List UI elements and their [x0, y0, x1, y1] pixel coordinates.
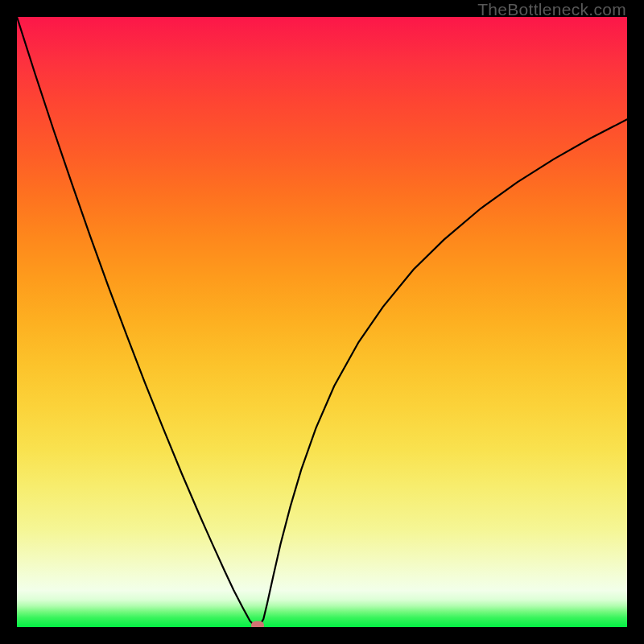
plot-area [17, 17, 627, 627]
optimal-point-marker [251, 621, 264, 627]
chart-frame: TheBottleneck.com [0, 0, 644, 644]
watermark-text: TheBottleneck.com [477, 0, 626, 19]
bottleneck-curve [17, 17, 627, 627]
